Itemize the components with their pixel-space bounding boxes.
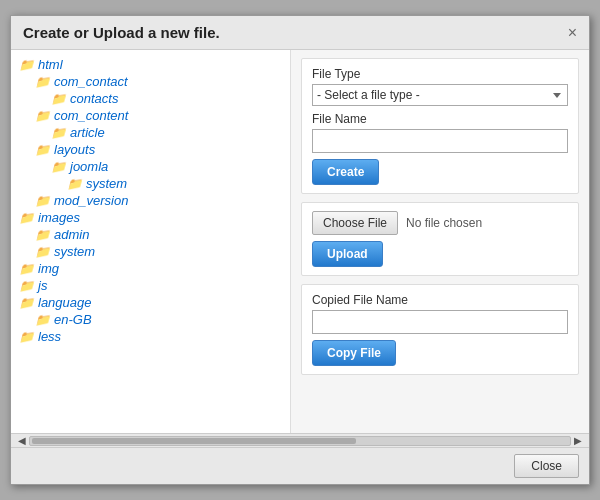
right-panel: File Type - Select a file type - File Na…: [291, 50, 589, 433]
tree-item-label: img: [38, 261, 59, 276]
copy-file-button[interactable]: Copy File: [312, 340, 396, 366]
folder-icon: 📁: [51, 92, 66, 106]
dialog-title: Create or Upload a new file.: [23, 24, 220, 41]
create-section: File Type - Select a file type - File Na…: [301, 58, 579, 194]
tree-item-label: layouts: [54, 142, 95, 157]
folder-icon: 📁: [19, 279, 34, 293]
folder-icon: 📁: [19, 211, 34, 225]
no-file-text: No file chosen: [406, 216, 482, 230]
tree-item-label: article: [70, 125, 105, 140]
tree-item-label: images: [38, 210, 80, 225]
folder-icon: 📁: [67, 177, 82, 191]
folder-icon: 📁: [19, 262, 34, 276]
tree-item-less[interactable]: 📁less: [19, 328, 282, 345]
dialog-body: 📁html📁com_contact📁contacts📁com_content📁a…: [11, 50, 589, 433]
tree-item-js[interactable]: 📁js: [19, 277, 282, 294]
scroll-thumb[interactable]: [32, 438, 356, 444]
tree-item-admin[interactable]: 📁admin: [19, 226, 282, 243]
tree-item-label: system: [54, 244, 95, 259]
dialog-close-x-button[interactable]: ×: [568, 25, 577, 41]
folder-icon: 📁: [51, 160, 66, 174]
tree-item-language[interactable]: 📁language: [19, 294, 282, 311]
tree-item-label: mod_version: [54, 193, 128, 208]
horizontal-scrollbar[interactable]: ◀ ▶: [11, 433, 589, 447]
copied-file-name-input[interactable]: [312, 310, 568, 334]
folder-icon: 📁: [35, 313, 50, 327]
file-tree-panel: 📁html📁com_contact📁contacts📁com_content📁a…: [11, 50, 291, 433]
folder-icon: 📁: [19, 330, 34, 344]
tree-item-label: com_content: [54, 108, 128, 123]
file-name-label: File Name: [312, 112, 568, 126]
tree-item-label: com_contact: [54, 74, 128, 89]
folder-icon: 📁: [19, 58, 34, 72]
file-type-select[interactable]: - Select a file type -: [312, 84, 568, 106]
folder-icon: 📁: [19, 296, 34, 310]
file-name-input[interactable]: [312, 129, 568, 153]
scroll-left-arrow[interactable]: ◀: [15, 435, 29, 446]
upload-button[interactable]: Upload: [312, 241, 383, 267]
tree-item-en-gb[interactable]: 📁en-GB: [19, 311, 282, 328]
tree-item-com-content[interactable]: 📁com_content: [19, 107, 282, 124]
dialog-header: Create or Upload a new file. ×: [11, 16, 589, 50]
create-button[interactable]: Create: [312, 159, 379, 185]
tree-item-label: html: [38, 57, 63, 72]
tree-item-label: admin: [54, 227, 89, 242]
folder-icon: 📁: [35, 245, 50, 259]
folder-icon: 📁: [35, 228, 50, 242]
tree-item-label: system: [86, 176, 127, 191]
tree-item-system[interactable]: 📁system: [19, 243, 282, 260]
tree-item-article[interactable]: 📁article: [19, 124, 282, 141]
dialog: Create or Upload a new file. × 📁html📁com…: [10, 15, 590, 485]
folder-icon: 📁: [35, 109, 50, 123]
tree-item-label: contacts: [70, 91, 118, 106]
tree-item-com-contact[interactable]: 📁com_contact: [19, 73, 282, 90]
tree-item-html[interactable]: 📁html: [19, 56, 282, 73]
tree-item-label: language: [38, 295, 92, 310]
scroll-right-arrow[interactable]: ▶: [571, 435, 585, 446]
folder-icon: 📁: [35, 143, 50, 157]
copy-section: Copied File Name Copy File: [301, 284, 579, 375]
close-button[interactable]: Close: [514, 454, 579, 478]
tree-item-system[interactable]: 📁system: [19, 175, 282, 192]
tree-item-label: joomla: [70, 159, 108, 174]
tree-item-layouts[interactable]: 📁layouts: [19, 141, 282, 158]
tree-item-label: en-GB: [54, 312, 92, 327]
tree-item-images[interactable]: 📁images: [19, 209, 282, 226]
tree-item-label: js: [38, 278, 47, 293]
dialog-footer: Close: [11, 447, 589, 484]
folder-icon: 📁: [51, 126, 66, 140]
choose-file-button[interactable]: Choose File: [312, 211, 398, 235]
copied-file-name-label: Copied File Name: [312, 293, 568, 307]
upload-row: Choose File No file chosen: [312, 211, 568, 235]
file-type-label: File Type: [312, 67, 568, 81]
upload-section: Choose File No file chosen Upload: [301, 202, 579, 276]
tree-item-label: less: [38, 329, 61, 344]
tree-item-joomla[interactable]: 📁joomla: [19, 158, 282, 175]
tree-item-img[interactable]: 📁img: [19, 260, 282, 277]
scroll-track[interactable]: [29, 436, 571, 446]
tree-item-mod-version[interactable]: 📁mod_version: [19, 192, 282, 209]
file-tree: 📁html📁com_contact📁contacts📁com_content📁a…: [19, 56, 282, 345]
folder-icon: 📁: [35, 194, 50, 208]
tree-item-contacts[interactable]: 📁contacts: [19, 90, 282, 107]
folder-icon: 📁: [35, 75, 50, 89]
